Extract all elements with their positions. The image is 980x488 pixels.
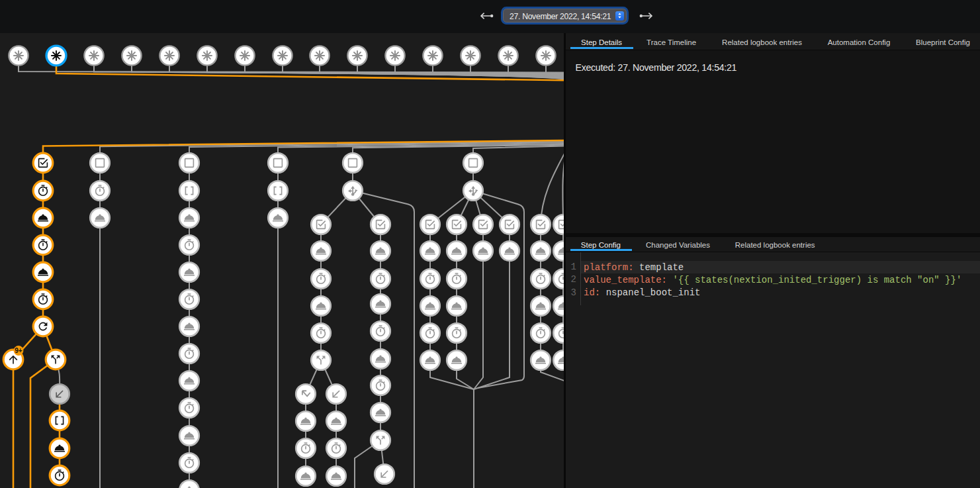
svg-text:9+: 9+ — [15, 347, 22, 354]
